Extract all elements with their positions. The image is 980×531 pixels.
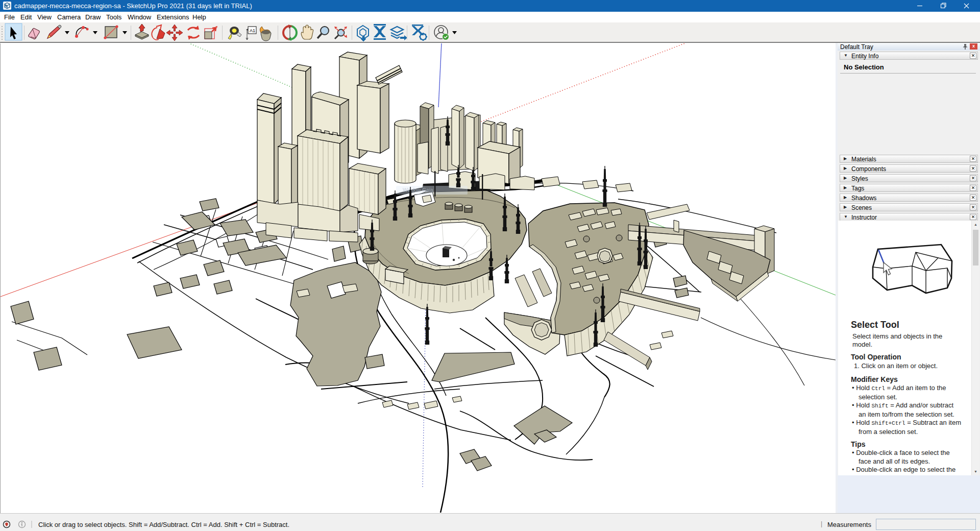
svg-text:Window Gaia...: Window Gaia... [403, 187, 437, 193]
svg-text:A1: A1 [250, 28, 255, 33]
